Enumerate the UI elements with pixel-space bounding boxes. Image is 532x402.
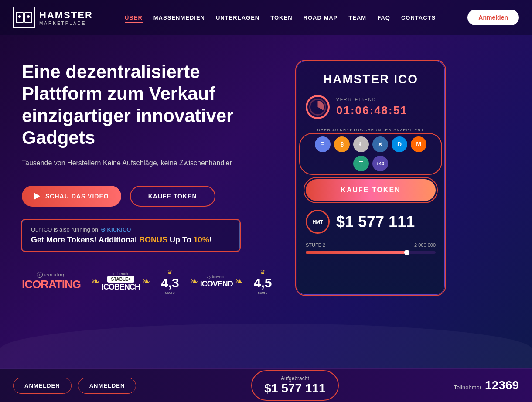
bottom-anmelden-button-2[interactable]: ANMELDEN (78, 378, 136, 394)
nav-item-token[interactable]: TOKEN (270, 14, 292, 21)
cta-buttons: SCHAU DAS VIDEO KAUFE TOKEN (22, 186, 283, 207)
coin-btc: ₿ (334, 136, 350, 152)
coin-ltc: Ł (353, 136, 369, 152)
coin-more: +40 (372, 156, 388, 171)
timer-label: VERBLEIBEND (336, 97, 408, 102)
navbar: HAMSTER MARKETPLACE ÜBER MASSENMEDIEN UN… (0, 0, 532, 35)
kickico-logo: ⊛ KICKICO (101, 226, 131, 233)
crypto-icons-row: Ξ ₿ Ł ✕ D Μ T +40 (306, 136, 436, 171)
kickico-banner: Our ICO is also running on ⊛ KICKICO Get… (22, 220, 240, 251)
nav-item-faq[interactable]: FAQ (377, 14, 390, 21)
nav-links: ÜBER MASSENMEDIEN UNTERLAGEN TOKEN ROAD … (125, 14, 436, 21)
buy-token-button[interactable]: KAUFE TOKEN (130, 186, 215, 207)
progress-dot (404, 250, 409, 255)
nav-item-roadmap[interactable]: ROAD MAP (304, 14, 338, 21)
svg-point-3 (18, 15, 21, 18)
ico-card: HAMSTER ICO VERBLEIBEND 01:06:48:51 ÜBER… (297, 61, 445, 295)
kickico-line2: Get More Tokens! Additional BONUS Up To … (31, 235, 231, 245)
teilnehmer-value: 12369 (485, 378, 519, 392)
rating-icovend-score: ♛ 4,5 score (254, 269, 272, 295)
crypto-label: ÜBER 40 KRYPTOWÄHRUNGEN AKZEPTIERT (306, 128, 436, 132)
coin-eth: Ξ (315, 136, 331, 152)
aufgebracht-label: Aufgebracht (281, 375, 309, 382)
progress-left-label: STUFE 2 (306, 242, 325, 248)
coin-xrp: ✕ (372, 136, 388, 152)
progress-bar-bg (306, 251, 436, 254)
icorating-label: ICORATING (22, 278, 81, 291)
teilnehmer-section: Teilnehmer 12369 (454, 378, 519, 392)
main-content: Eine dezentralisierte Plattform zum Verk… (0, 35, 532, 312)
rating-icobench-stable: ❧ □ bench STABLE+ ICOBENCH ❧ (92, 271, 150, 292)
ico-card-title: HAMSTER ICO (306, 72, 436, 86)
nav-item-uber[interactable]: ÜBER (125, 14, 143, 21)
rating-icovend: ❧ ◇ icovend ICOVEND ❧ (190, 275, 243, 289)
timer-value: 01:06:48:51 (336, 104, 408, 117)
coin-usdt: T (353, 156, 369, 171)
bottom-center: Aufgebracht $1 577 111 (264, 375, 325, 395)
nav-item-team[interactable]: TEAM (348, 14, 366, 21)
amount-value: $1 577 111 (336, 213, 415, 231)
aufgebracht-value: $1 577 111 (264, 382, 325, 395)
coin-xmr: Μ (411, 136, 426, 152)
rating-row: i icorating ICORATING ❧ □ bench STABLE+ … (22, 269, 283, 295)
logo-subtitle: MARKETPLACE (39, 21, 93, 26)
bg-curve (0, 324, 532, 376)
nav-item-contacts[interactable]: CONTACTS (401, 14, 436, 21)
progress-right-label: 2 000 000 (414, 242, 436, 248)
hmt-badge: HMT (306, 210, 330, 234)
nav-item-massenmedien[interactable]: MASSENMEDIEN (153, 14, 205, 21)
bottom-anmelden-button-1[interactable]: ANMELDEN (13, 378, 72, 394)
watch-video-button[interactable]: SCHAU DAS VIDEO (22, 186, 121, 207)
stable-badge: STABLE+ (107, 276, 134, 283)
timer-section: VERBLEIBEND 01:06:48:51 (306, 95, 436, 119)
play-icon (34, 193, 40, 200)
coin-dash: D (392, 136, 407, 152)
logo-text: HAMSTER MARKETPLACE (39, 10, 93, 26)
hero-title: Eine dezentralisierte Plattform zum Verk… (22, 61, 283, 149)
logo: HAMSTER MARKETPLACE (13, 7, 93, 28)
svg-point-4 (27, 15, 30, 18)
kickico-line1: Our ICO is also running on ⊛ KICKICO (31, 226, 231, 233)
amount-section: HMT $1 577 111 (306, 210, 436, 234)
teilnehmer-label: Teilnehmer (454, 384, 482, 391)
buy-token-card-button[interactable]: KAUFE TOKEN (306, 179, 436, 201)
progress-labels: STUFE 2 2 000 000 (306, 242, 436, 248)
rating-icorating: i icorating ICORATING (22, 272, 81, 291)
bottom-bar: ANMELDEN ANMELDEN Aufgebracht $1 577 111… (0, 368, 532, 402)
left-content: Eine dezentralisierte Plattform zum Verk… (22, 61, 283, 295)
hero-subtitle: Tausende von Herstellern Keine Aufschläg… (22, 158, 283, 168)
logo-title: HAMSTER (39, 10, 93, 21)
anmelden-nav-button[interactable]: Anmelden (467, 10, 519, 25)
logo-icon (13, 7, 35, 28)
nav-item-unterlagen[interactable]: UNTERLAGEN (216, 14, 259, 21)
bottom-buttons: ANMELDEN ANMELDEN (13, 378, 136, 394)
progress-bar-fill (306, 251, 407, 254)
rating-icobench-score: ♛ 4,3 score (161, 269, 179, 295)
timer-info: VERBLEIBEND 01:06:48:51 (336, 97, 408, 117)
timer-clock (306, 95, 330, 119)
